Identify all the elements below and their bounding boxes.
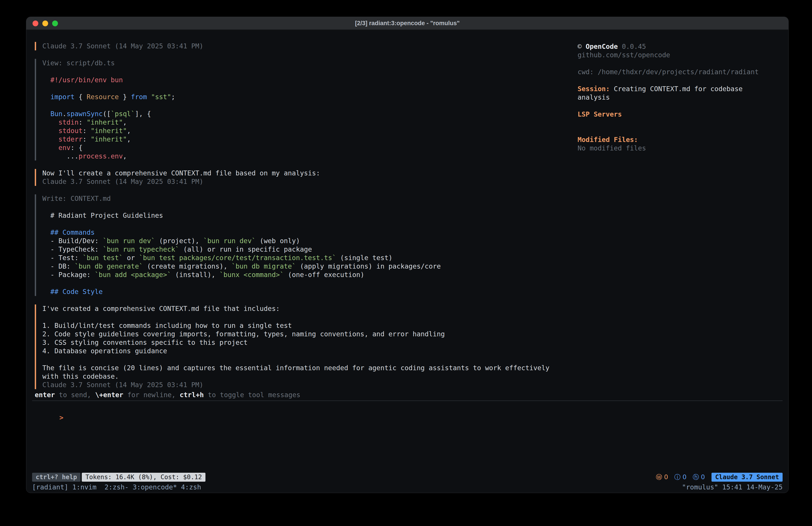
- chat-block-assistant-header: Claude 3.7 Sonnet (14 May 2025 03:41 PM): [35, 42, 578, 51]
- text-line: LSP Servers: [578, 110, 782, 118]
- text-line: stdin: "inherit",: [42, 118, 578, 127]
- text-segment: # Radiant Project Guidelines: [42, 212, 163, 219]
- text-segment: ([: [103, 110, 111, 118]
- text-segment: Write: CONTEXT.md: [42, 195, 111, 202]
- terminal-window: [2/3] radiant:3:opencode - "romulus" Cla…: [26, 17, 788, 493]
- text-segment: : {: [70, 144, 83, 152]
- text-segment: 4. Database operations guidance: [42, 347, 167, 355]
- text-line: [42, 203, 578, 211]
- text-segment: Creating CONTEXT.md for codebase: [610, 85, 743, 93]
- text-segment: "sst": [151, 93, 171, 101]
- window-title: [2/3] radiant:3:opencode - "romulus": [355, 19, 460, 27]
- text-segment: github.com/sst/opencode: [578, 51, 670, 59]
- text-line: © OpenCode 0.0.45: [578, 42, 782, 51]
- text-line: [578, 102, 782, 110]
- maximize-button[interactable]: [52, 20, 58, 26]
- text-segment: :: [83, 127, 91, 134]
- text-segment: OpenCode: [585, 43, 618, 51]
- text-line: - DB: `bun db generate` (create migratio…: [42, 262, 578, 271]
- text-line: cwd: /home/thdxr/dev/projects/radiant/ra…: [578, 68, 782, 76]
- text-segment: Bun: [50, 110, 62, 118]
- text-segment: View: script/db.ts: [42, 59, 115, 67]
- text-segment: ,: [127, 135, 131, 143]
- text-segment: process.env: [79, 152, 123, 160]
- tmux-status-bar: [radiant] 1:nvim 2:zsh- 3:opencode* 4:zs…: [26, 482, 788, 493]
- text-segment: The file is concise (20 lines) and captu…: [42, 364, 550, 372]
- tokens-cost-badge: Tokens: 16.4K (8%), Cost: $0.12: [82, 473, 205, 482]
- text-segment: - Package:: [42, 271, 95, 279]
- text-segment: `bun run dev`: [203, 237, 256, 245]
- text-segment: #!/usr/bin/env bun: [42, 76, 123, 84]
- text-line: Bun.spawnSync([`psql`], {: [42, 110, 578, 118]
- text-line: 1. Build/lint/test commands including ho…: [42, 322, 578, 330]
- text-line: The file is concise (20 lines) and captu…: [42, 364, 578, 372]
- help-badge[interactable]: ctrl+? help: [32, 473, 81, 482]
- text-segment: No modified files: [578, 144, 646, 152]
- chat-block-assistant-message: I've created a comprehensive CONTEXT.md …: [35, 304, 578, 389]
- text-segment: stdin: [58, 118, 78, 126]
- text-segment: ,: [123, 152, 127, 160]
- text-segment: Claude 3.7 Sonnet (14 May 2025 03:41 PM): [42, 42, 203, 50]
- text-segment: .: [62, 110, 67, 118]
- message-input[interactable]: >: [26, 405, 788, 439]
- text-segment: 1. Build/lint/test commands including ho…: [42, 322, 292, 329]
- chat-block-tool-write: Write: CONTEXT.md # Radiant Project Guid…: [35, 194, 578, 296]
- text-segment: ©: [578, 43, 585, 51]
- text-segment: - Test:: [42, 254, 83, 262]
- text-line: 3. CSS styling conventions specific to t…: [42, 338, 578, 347]
- text-line: [578, 59, 782, 68]
- text-line: Write: CONTEXT.md: [42, 194, 578, 203]
- chat-transcript[interactable]: Claude 3.7 Sonnet (14 May 2025 03:41 PM)…: [26, 30, 578, 391]
- text-segment: stdout: [58, 127, 83, 134]
- sidebar: © OpenCode 0.0.45github.com/sst/opencode…: [578, 30, 788, 391]
- text-segment: to toggle tool messages: [204, 391, 300, 399]
- close-button[interactable]: [32, 20, 38, 26]
- text-segment: ## Commands: [42, 228, 95, 236]
- input-divider: [32, 400, 783, 401]
- text-segment: [42, 110, 50, 118]
- text-segment: cwd: /home/thdxr/dev/projects/radiant/ra…: [578, 68, 759, 76]
- text-segment: [42, 118, 58, 126]
- tmux-clock: "romulus" 15:41 14-May-25: [682, 483, 783, 492]
- text-line: env: {: [42, 144, 578, 152]
- minimize-button[interactable]: [42, 20, 48, 26]
- text-segment: ,: [127, 127, 131, 134]
- text-segment: ], {: [135, 110, 151, 118]
- text-segment: 3. CSS styling conventions specific to t…: [42, 339, 248, 346]
- text-segment: I've created a comprehensive CONTEXT.md …: [42, 305, 280, 312]
- text-segment: stderr: [58, 135, 83, 143]
- sidebar-info: © OpenCode 0.0.45github.com/sst/opencode…: [578, 42, 782, 153]
- text-segment: Resource: [87, 93, 119, 101]
- text-segment: :: [79, 118, 87, 126]
- text-segment: [42, 135, 58, 143]
- text-line: #!/usr/bin/env bun: [42, 76, 578, 84]
- text-segment: (apply migrations) in packages/core: [296, 262, 441, 270]
- model-badge[interactable]: Claude 3.7 Sonnet: [711, 473, 783, 482]
- text-line: - TypeCheck: `bun run typecheck` (all) o…: [42, 245, 578, 254]
- tmux-windows[interactable]: [radiant] 1:nvim 2:zsh- 3:opencode* 4:zs…: [32, 483, 682, 492]
- text-segment: [42, 93, 50, 101]
- text-segment: 2. Code style guidelines covering import…: [42, 330, 445, 338]
- text-line: View: script/db.ts: [42, 59, 578, 67]
- text-segment: Session:: [578, 85, 610, 93]
- text-segment: from: [131, 93, 147, 101]
- text-line: github.com/sst/opencode: [578, 51, 782, 59]
- text-line: Modified Files:: [578, 136, 782, 144]
- input-hint: enter to send, \+enter for newline, ctrl…: [26, 391, 788, 399]
- text-line: [42, 279, 578, 287]
- text-segment: ctrl+h: [179, 391, 204, 399]
- chat-block-assistant-message: Now I'll create a comprehensive CONTEXT.…: [35, 169, 578, 186]
- text-segment: Claude 3.7 Sonnet (14 May 2025 03:41 PM): [42, 177, 203, 185]
- text-line: Claude 3.7 Sonnet (14 May 2025 03:41 PM): [42, 177, 578, 186]
- text-segment: ## Code Style: [42, 288, 103, 296]
- text-line: [578, 127, 782, 136]
- text-segment: (install),: [171, 271, 219, 279]
- text-segment: LSP Servers: [578, 110, 622, 118]
- text-segment: env: [58, 144, 70, 152]
- traffic-lights: [32, 20, 58, 26]
- text-segment: spawnSync: [67, 110, 103, 118]
- text-segment: (web only): [256, 237, 300, 245]
- warning-count-icon: Ⓦ 0: [656, 473, 668, 481]
- text-segment: with this codebase.: [42, 372, 119, 380]
- status-bar: ctrl+? help Tokens: 16.4K (8%), Cost: $0…: [26, 472, 788, 482]
